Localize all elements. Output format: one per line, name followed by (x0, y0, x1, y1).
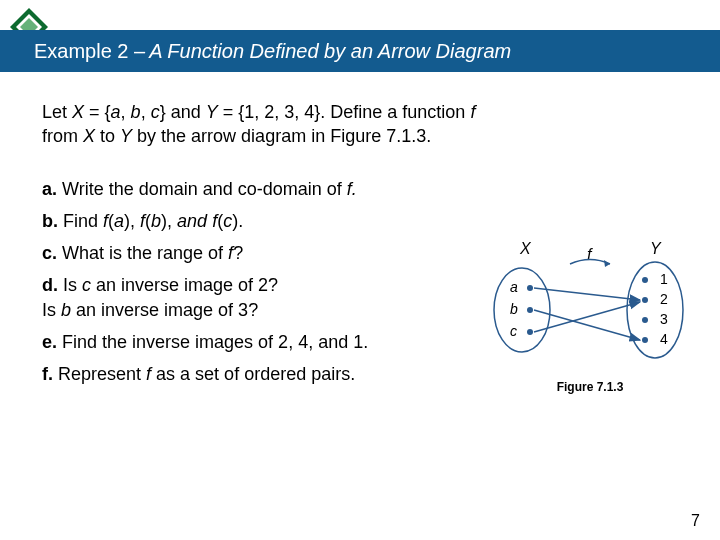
title-bar: Example 2 – A Function Defined by an Arr… (0, 30, 720, 72)
t: Find the inverse images of 2, 4, and 1. (57, 332, 368, 352)
t: as a set of ordered pairs. (151, 364, 355, 384)
content: Let X = {a, b, c} and Y = {1, 2, 3, 4}. … (42, 100, 482, 395)
svg-point-10 (642, 297, 648, 303)
label-X: X (519, 240, 532, 257)
item-e: e. Find the inverse images of 2, 4, and … (42, 330, 482, 354)
var-c: c (223, 211, 232, 231)
var-Y: Y (120, 126, 132, 146)
figure-caption: Figure 7.1.3 (480, 380, 700, 394)
svg-point-12 (642, 337, 648, 343)
t: Represent (53, 364, 146, 384)
var-X: X (83, 126, 95, 146)
label-a: a (510, 279, 518, 295)
var-f: f (470, 102, 475, 122)
svg-line-13 (534, 288, 640, 300)
var-a: a (111, 102, 121, 122)
var-a: a (114, 211, 124, 231)
title-name: A Function Defined by an Arrow Diagram (149, 40, 511, 63)
t: , (121, 102, 131, 122)
t: What is the range of (57, 243, 228, 263)
label-1: 1 (660, 271, 668, 287)
t: = { (84, 102, 111, 122)
label-4: 4 (660, 331, 668, 347)
label-2: 2 (660, 291, 668, 307)
t: } and (160, 102, 206, 122)
var-b: b (61, 300, 71, 320)
svg-point-7 (527, 307, 533, 313)
label-c: c (510, 323, 517, 339)
t: to (95, 126, 120, 146)
t: Write the domain and co-domain of (57, 179, 347, 199)
item-c: c. What is the range of f? (42, 241, 482, 265)
lead-f: f. (42, 364, 53, 384)
t: ? (233, 243, 243, 263)
var-X: X (72, 102, 84, 122)
svg-point-9 (642, 277, 648, 283)
lead-a: a. (42, 179, 57, 199)
t: ), (161, 211, 177, 231)
t: from (42, 126, 83, 146)
svg-point-8 (527, 329, 533, 335)
item-d: d. Is c an inverse image of 2? Is b an i… (42, 273, 482, 322)
t: Let (42, 102, 72, 122)
svg-point-4 (494, 268, 550, 352)
label-b: b (510, 301, 518, 317)
var-b: b (151, 211, 161, 231)
svg-point-11 (642, 317, 648, 323)
svg-point-5 (627, 262, 683, 358)
var-c: c (82, 275, 91, 295)
t: an inverse image of 2? (91, 275, 278, 295)
svg-line-14 (534, 310, 640, 340)
lead-b: b. (42, 211, 58, 231)
label-Y: Y (650, 240, 662, 257)
t: by the arrow diagram in Figure 7.1.3. (132, 126, 431, 146)
t: , (141, 102, 151, 122)
lead-d: d. (42, 275, 58, 295)
page-number: 7 (691, 512, 700, 530)
t: Find (58, 211, 103, 231)
var-b: b (131, 102, 141, 122)
arrow-diagram: X Y f a b c 1 2 3 4 Figure 7.1.3 (480, 240, 700, 420)
lead-c: c. (42, 243, 57, 263)
item-f: f. Represent f as a set of ordered pairs… (42, 362, 482, 386)
var-f: f. (347, 179, 357, 199)
t: an inverse image of 3? (71, 300, 258, 320)
item-a: a. Write the domain and co-domain of f. (42, 177, 482, 201)
item-b: b. Find f(a), f(b), and f(c). (42, 209, 482, 233)
t: Is (58, 275, 82, 295)
t: Is (42, 300, 61, 320)
label-f: f (587, 246, 593, 263)
svg-marker-3 (604, 260, 610, 267)
var-c: c (151, 102, 160, 122)
label-3: 3 (660, 311, 668, 327)
intro-text: Let X = {a, b, c} and Y = {1, 2, 3, 4}. … (42, 100, 602, 149)
t: = {1, 2, 3, 4}. Define a function (218, 102, 471, 122)
t: and (177, 211, 212, 231)
title-prefix: Example 2 – (34, 40, 145, 63)
svg-point-6 (527, 285, 533, 291)
var-Y: Y (206, 102, 218, 122)
lead-e: e. (42, 332, 57, 352)
t: ). (232, 211, 243, 231)
t: ), (124, 211, 140, 231)
